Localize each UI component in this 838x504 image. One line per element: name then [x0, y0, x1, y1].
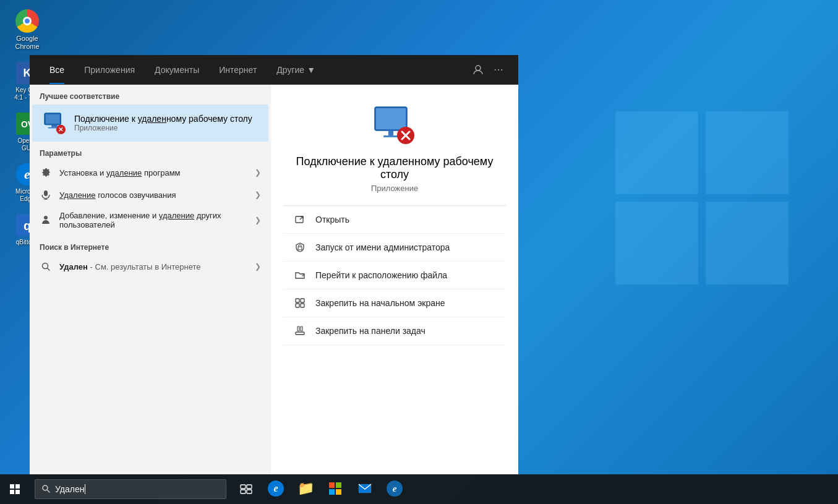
- taskbar-mail[interactable]: [350, 474, 380, 504]
- chrome-label: Google Chrome: [7, 35, 47, 51]
- settings-list: Установка и удаление программ ❯: [30, 161, 271, 234]
- svg-rect-20: [376, 108, 406, 129]
- internet-item-arrow: ❯: [255, 262, 261, 271]
- left-panel: Лучшее соответствие ✕: [30, 85, 271, 474]
- right-panel: Подключение к удаленному рабочемустолу П…: [271, 85, 518, 474]
- best-match-subtitle: Приложение: [74, 124, 252, 132]
- settings-item-arrow-1: ❯: [255, 190, 261, 199]
- pin-taskbar-icon: [293, 324, 307, 338]
- shield-icon: [293, 241, 307, 254]
- settings-item-1[interactable]: Удаление голосов озвучивания ❯: [30, 184, 271, 206]
- taskbar-edge[interactable]: e: [261, 474, 291, 504]
- svg-rect-9: [51, 125, 58, 127]
- desktop-icon-chrome[interactable]: Google Chrome: [5, 6, 49, 53]
- ie-taskbar-icon: e: [387, 481, 403, 497]
- settings-item-2[interactable]: Добавление, изменение и удаление других …: [30, 206, 271, 234]
- svg-point-16: [44, 216, 48, 220]
- svg-line-41: [48, 490, 50, 492]
- search-more-icon[interactable]: ⋯: [489, 61, 508, 78]
- svg-rect-30: [301, 299, 304, 302]
- action-file-location[interactable]: Перейти к расположению файла: [283, 262, 506, 289]
- best-match-icon: ✕: [42, 111, 67, 135]
- search-tabs: Все Приложения Документы Интернет Другие…: [30, 55, 518, 85]
- task-view-button[interactable]: [231, 474, 261, 504]
- svg-rect-13: [44, 190, 48, 196]
- action-admin-label: Запуск от имени администратора: [315, 242, 450, 252]
- open-icon: [293, 213, 307, 226]
- svg-line-18: [48, 268, 50, 271]
- action-pin-taskbar[interactable]: Закрепить на панели задач: [283, 317, 506, 345]
- tab-all[interactable]: Все: [40, 55, 74, 84]
- action-pin-start-label: Закрепить на начальном экране: [315, 298, 445, 308]
- svg-rect-32: [301, 304, 304, 307]
- folder-taskbar-icon: 📁: [297, 481, 314, 497]
- app-preview-icon: [372, 103, 417, 148]
- svg-rect-44: [241, 490, 246, 493]
- start-button[interactable]: [0, 474, 30, 504]
- svg-rect-48: [329, 489, 335, 495]
- best-match-header: Лучшее соответствие: [30, 85, 271, 105]
- mic-icon: [40, 189, 52, 201]
- search-person-icon[interactable]: [468, 62, 489, 78]
- tab-internet[interactable]: Интернет: [209, 55, 267, 84]
- action-open[interactable]: Открыть: [283, 206, 506, 234]
- internet-search-item[interactable]: Удален - См. результаты в Интернете ❯: [30, 255, 271, 278]
- settings-header: Параметры: [30, 142, 271, 161]
- svg-rect-33: [296, 332, 304, 335]
- svg-rect-49: [336, 489, 341, 495]
- settings-item-0[interactable]: Установка и удаление программ ❯: [30, 161, 271, 184]
- taskbar-search-icon: [41, 484, 50, 495]
- settings-item-arrow-2: ❯: [255, 216, 261, 224]
- action-file-label: Перейти к расположению файла: [315, 270, 447, 280]
- svg-rect-39: [15, 490, 20, 494]
- chrome-icon: [15, 9, 40, 33]
- svg-rect-34: [297, 327, 299, 331]
- action-pin-taskbar-label: Закрепить на панели задач: [315, 326, 425, 336]
- internet-item-text: Удален - См. результаты в Интернете: [59, 262, 255, 271]
- taskbar: Удален e 📁: [0, 474, 838, 504]
- svg-rect-43: [247, 485, 252, 489]
- taskbar-explorer[interactable]: 📁: [291, 474, 320, 504]
- windows-logo-watermark: [615, 111, 789, 284]
- start-menu: Все Приложения Документы Интернет Другие…: [30, 55, 518, 474]
- person-icon: [40, 214, 52, 226]
- tab-documents[interactable]: Документы: [145, 55, 209, 84]
- svg-rect-29: [296, 299, 299, 302]
- svg-rect-38: [10, 490, 14, 494]
- svg-rect-35: [301, 327, 302, 331]
- svg-rect-45: [247, 490, 252, 493]
- internet-header: Поиск в Интернете: [30, 234, 271, 255]
- tab-apps[interactable]: Приложения: [74, 55, 145, 84]
- action-open-label: Открыть: [315, 215, 349, 224]
- taskbar-store[interactable]: [320, 474, 350, 504]
- svg-point-40: [43, 485, 48, 490]
- action-run-as-admin[interactable]: Запуск от имени администратора: [283, 234, 506, 262]
- svg-rect-28: [298, 247, 302, 250]
- internet-section: Поиск в Интернете Удален - См. результат…: [30, 234, 271, 278]
- taskbar-search[interactable]: Удален: [35, 479, 226, 499]
- app-title: Подключение к удаленному рабочемустолу: [296, 155, 494, 181]
- pin-start-icon: [293, 296, 307, 310]
- action-pin-start[interactable]: Закрепить на начальном экране: [283, 289, 506, 317]
- svg-text:✕: ✕: [58, 126, 63, 133]
- svg-rect-36: [10, 484, 14, 489]
- edge-taskbar-icon: e: [268, 481, 284, 497]
- svg-rect-42: [241, 485, 246, 489]
- taskbar-ie[interactable]: e: [380, 474, 409, 504]
- best-match-title: Подключение к удаленному рабочему столу: [74, 114, 252, 124]
- svg-rect-46: [329, 482, 335, 488]
- best-match-text: Подключение к удаленному рабочему столу …: [74, 114, 252, 132]
- gear-icon: [40, 166, 52, 179]
- svg-point-6: [476, 66, 481, 70]
- settings-item-arrow-0: ❯: [255, 168, 261, 177]
- menu-body: Лучшее соответствие ✕: [30, 85, 518, 474]
- svg-rect-22: [383, 135, 398, 137]
- tab-other[interactable]: Другие ▼: [267, 55, 325, 84]
- best-match-item[interactable]: ✕ Подключение к удаленному рабочему стол…: [32, 105, 268, 142]
- store-taskbar-icon: [328, 482, 342, 495]
- svg-line-27: [300, 216, 303, 220]
- settings-item-label-1: Удаление голосов озвучивания: [59, 190, 255, 200]
- taskbar-search-text: Удален: [55, 484, 84, 494]
- settings-item-label-2: Добавление, изменение и удаление других …: [59, 211, 255, 229]
- taskbar-cursor: [85, 484, 85, 494]
